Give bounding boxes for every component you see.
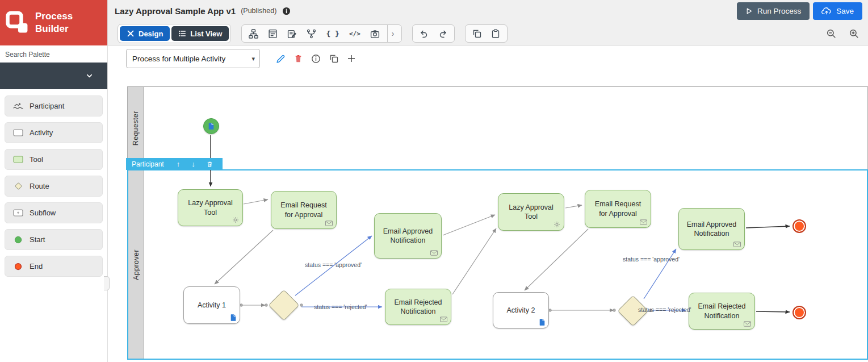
participant-toolbar[interactable]: Participant ↑ ↓ (126, 158, 223, 170)
chevron-down-icon (85, 72, 94, 80)
palette-item-tool[interactable]: Tool (5, 149, 103, 170)
view-tabs: DesignList View (118, 24, 231, 43)
edit-button[interactable] (276, 54, 286, 64)
palette-item-subflow[interactable]: Subflow (5, 202, 103, 223)
code-button[interactable]: </> (349, 31, 360, 37)
duplicate-icon (329, 54, 338, 63)
zoom-in-button[interactable] (849, 28, 859, 39)
start-icon (12, 236, 24, 244)
palette-group-header[interactable] (0, 63, 107, 89)
design-toolbar: DesignList View › { }</> (108, 22, 868, 45)
zoom-in-icon (849, 28, 859, 39)
process-select-wrap: Process for Multiple Activity ▾ (126, 49, 260, 68)
node-label: Email Request for Approval (277, 201, 330, 219)
app-logo[interactable]: Process Builder (0, 0, 107, 45)
tab-design[interactable]: Design (120, 26, 170, 41)
braces-button[interactable]: { } (326, 30, 339, 38)
process-selector-row: Process for Multiple Activity ▾ (108, 45, 868, 71)
paste-button[interactable] (491, 29, 500, 38)
node-activity-1[interactable]: Activity 1 (183, 286, 240, 324)
participant-icon (12, 102, 24, 110)
save-button[interactable]: Save (813, 2, 862, 20)
gear-icon (232, 217, 239, 223)
code-icon: </> (349, 31, 360, 37)
node-label: Activity 1 (198, 301, 226, 310)
envelope-icon (744, 321, 751, 327)
duplicate-button[interactable] (329, 54, 338, 63)
node-email-rejected-notification-2[interactable]: Email Rejected Notification (689, 293, 755, 330)
gear-icon (553, 221, 560, 228)
run-process-button[interactable]: Run Process (737, 2, 810, 20)
sidebar: Process Builder ParticipantActivityToolR… (0, 0, 108, 362)
trash-icon[interactable] (207, 161, 213, 168)
design-icon (127, 30, 135, 38)
palette-item-activity[interactable]: Activity (5, 122, 103, 143)
palette-list: ParticipantActivityToolRouteSubflowStart… (0, 89, 107, 362)
sitemap-button[interactable] (249, 29, 258, 39)
diagram: Requester Approver Lazy Approval ToolEm (127, 86, 868, 360)
undo-redo-group (412, 24, 455, 43)
node-email-approved-notification-2[interactable]: Email Approved Notification (678, 208, 745, 250)
participant-label: Participant (132, 160, 164, 168)
palette-item-participant[interactable]: Participant (5, 95, 103, 116)
node-end-2[interactable] (792, 306, 806, 319)
delete-icon (294, 54, 303, 63)
add-icon (347, 54, 356, 63)
palette-item-route[interactable]: Route (5, 176, 103, 197)
sidebar-collapse-handle[interactable] (104, 276, 110, 290)
doc-icon (539, 319, 545, 326)
end-icon (12, 263, 24, 271)
node-route-2[interactable] (617, 295, 649, 327)
form-button[interactable] (268, 29, 278, 39)
node-email-approved-notification-1[interactable]: Email Approved Notification (374, 213, 442, 259)
copy-paste-group (465, 24, 508, 43)
undo-icon (420, 29, 429, 38)
node-lazy-approval-tool-1[interactable]: Lazy Approval Tool (178, 189, 243, 226)
node-route-1[interactable] (268, 289, 300, 321)
node-label: Email Approved Notification (685, 220, 739, 239)
cloud-upload-icon (821, 7, 832, 15)
node-email-rejected-notification-1[interactable]: Email Rejected Notification (385, 289, 451, 325)
node-lazy-approval-tool-2[interactable]: Lazy Approval Tool (498, 193, 564, 231)
zoom-out-button[interactable] (826, 28, 836, 39)
move-up-icon[interactable]: ↑ (177, 160, 181, 168)
zoom-group (826, 24, 859, 43)
info-button[interactable] (311, 54, 321, 64)
app-name: Process Builder (35, 10, 73, 35)
paste-icon (491, 29, 500, 38)
copy-button[interactable] (472, 29, 481, 38)
undo-button[interactable] (420, 29, 429, 38)
add-button[interactable] (347, 54, 356, 63)
move-down-icon[interactable]: ↓ (191, 160, 195, 168)
process-builder-logo-icon (5, 10, 30, 35)
node-start[interactable] (203, 118, 219, 134)
search-palette-input[interactable] (0, 45, 107, 63)
form-icon (268, 29, 278, 39)
envelope-icon (430, 250, 438, 256)
nodes-layer: Lazy Approval ToolEmail Request for Appr… (127, 86, 868, 360)
process-canvas[interactable]: Requester Approver Lazy Approval ToolEm (108, 71, 868, 362)
tab-list-view[interactable]: List View (171, 26, 229, 41)
palette-item-start[interactable]: Start (5, 229, 103, 250)
info-icon[interactable] (282, 7, 291, 15)
delete-button[interactable] (294, 54, 303, 63)
fork-button[interactable] (307, 29, 316, 39)
form-edit-button[interactable] (287, 29, 297, 39)
palette-item-label: Activity (30, 128, 53, 137)
palette-item-end[interactable]: End (5, 256, 103, 277)
redo-button[interactable] (438, 29, 447, 38)
process-select[interactable]: Process for Multiple Activity (126, 49, 260, 68)
node-email-request-for-approval-1[interactable]: Email Request for Approval (271, 191, 337, 229)
tool-icon (12, 156, 24, 163)
node-activity-2[interactable]: Activity 2 (493, 292, 549, 328)
info-icon (311, 54, 321, 64)
fork-icon (307, 29, 316, 39)
palette-item-label: Subflow (30, 209, 56, 217)
node-end-1[interactable] (792, 219, 806, 233)
palette-item-label: End (30, 262, 43, 271)
redo-icon (438, 29, 447, 38)
chevron-right-icon[interactable]: › (387, 25, 395, 42)
node-email-request-for-approval-2[interactable]: Email Request for Approval (585, 190, 651, 228)
camera-button[interactable] (370, 29, 380, 39)
sitemap-icon (249, 29, 258, 39)
